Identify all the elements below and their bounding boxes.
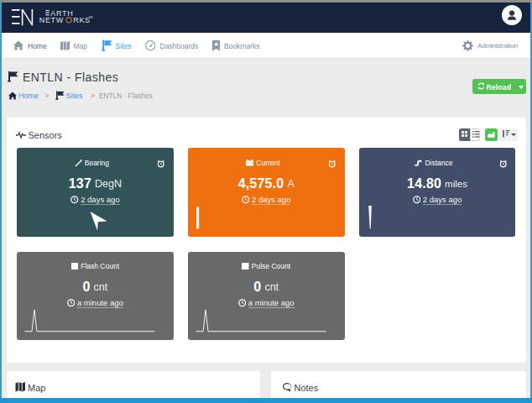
svg-text:TM: TM <box>89 16 93 19</box>
svg-text:NETW: NETW <box>39 16 64 24</box>
